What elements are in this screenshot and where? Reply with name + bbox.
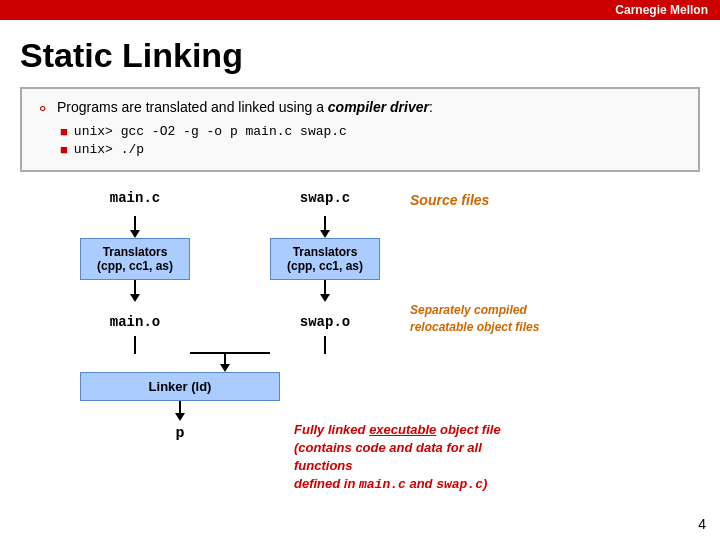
top-bar: Carnegie Mellon [0,0,720,20]
brand-name: Carnegie Mellon [615,3,708,17]
bullet-circle: ⚬ [36,99,49,118]
bullet-main-text: Programs are translated and linked using… [57,99,433,115]
sub-bullet-marker-2: ■ [60,142,68,157]
obj-file-2-label: swap.o [270,314,380,330]
source-annotation: Source files [410,192,489,208]
obj-file-1-label: main.o [80,314,190,330]
bullet-box: ⚬ Programs are translated and linked usi… [20,87,700,172]
translator-box-2: Translators (cpp, cc1, as) [270,238,380,280]
output-annotation: Fully linked executable object file (con… [294,421,534,495]
sub-bullet-1: unix> gcc -O2 -g -o p main.c swap.c [74,124,347,139]
obj-annotation: Separately compiled relocatable object f… [410,302,539,336]
slide-title: Static Linking [20,36,700,75]
diagram-area: main.c swap.c Source files Translators (… [20,190,700,494]
slide-number: 4 [698,516,706,532]
linker-box: Linker (ld) [80,372,280,401]
source-file-2-label: swap.c [270,190,380,206]
source-file-1-label: main.c [80,190,190,206]
sub-bullet-2: unix> ./p [74,142,144,157]
output-label: p [175,425,184,442]
sub-bullet-marker-1: ■ [60,124,68,139]
translator-box-1: Translators (cpp, cc1, as) [80,238,190,280]
